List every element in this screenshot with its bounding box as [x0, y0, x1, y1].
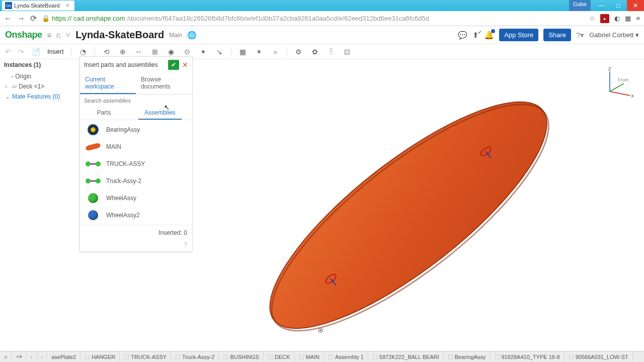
bottom-tab[interactable]: ⬚Assembly 1	[324, 351, 368, 363]
undo-button[interactable]: ↶	[5, 48, 11, 56]
star-icon[interactable]: ☆	[589, 15, 595, 22]
tool-relation-icon[interactable]: ⟐	[271, 47, 280, 56]
tool-pattern-icon[interactable]: ⦙⦙	[327, 47, 336, 56]
redo-button[interactable]: ↷	[18, 48, 24, 56]
dialog-cancel-button[interactable]: ✕	[182, 61, 188, 69]
bottom-tab[interactable]: ⬚BUSHINGS	[219, 351, 263, 363]
url-path: /documents/f647aa18c26526fb8d7bfc6b/w/ef…	[127, 15, 429, 22]
chrome-menu-icon[interactable]: ≡	[636, 15, 640, 22]
truck-icon	[86, 160, 101, 167]
tool-settings-icon[interactable]: ✿	[310, 47, 319, 56]
bottom-tab[interactable]: ⬚BearingAssy	[444, 351, 491, 363]
tool-gear-icon[interactable]: ⚙	[294, 47, 303, 56]
tab-browse-documents[interactable]: Browse documents	[136, 73, 192, 94]
instance-deck[interactable]: ›▱Deck <1>	[4, 81, 74, 92]
chrome-user-badge[interactable]: Gabe	[569, 0, 591, 11]
globe-icon[interactable]: 🌐	[187, 31, 197, 40]
document-name[interactable]: Lynda-SkateBoard	[75, 29, 164, 41]
window-maximize-button[interactable]: □	[610, 0, 627, 11]
tool-cylindrical-icon[interactable]: ◉	[167, 47, 176, 56]
list-item-wheelassy[interactable]: WheelAssy	[80, 190, 192, 207]
help-icon[interactable]: ?▾	[576, 31, 584, 40]
share-button[interactable]: Share	[543, 29, 571, 41]
tree-icon[interactable]: ⎌	[56, 31, 61, 39]
forward-button[interactable]: →	[17, 14, 25, 23]
tool-group-icon[interactable]: ▦	[238, 47, 248, 56]
wheel-blue-icon	[88, 210, 98, 220]
browser-tab[interactable]: On Lynda-SkateBoard ×	[2, 1, 74, 11]
bottom-tab[interactable]: ⬚91828A410_TYPE 18-8	[491, 351, 565, 363]
onshape-logo[interactable]: Onshape	[5, 30, 42, 40]
list-item-bearingassy[interactable]: BearingAssy	[80, 121, 192, 138]
instance-origin[interactable]: ◦Origin	[4, 71, 74, 81]
bottom-menu-button[interactable]: ≡	[0, 351, 12, 363]
bottom-tab[interactable]: ⬚Truck-Assy-2	[171, 351, 219, 363]
url-host: cad.onshape.com	[73, 15, 125, 22]
tool-transform-icon[interactable]: ◔	[78, 47, 88, 56]
3d-canvas[interactable]	[193, 59, 644, 351]
instances-header[interactable]: Instances (1)	[4, 61, 74, 68]
svg-line-10	[610, 83, 624, 92]
svg-text:Z: Z	[608, 66, 611, 71]
upload-icon[interactable]: ⬆	[472, 31, 479, 40]
list-item-main[interactable]: MAIN	[80, 138, 192, 155]
bearing-icon	[88, 124, 99, 135]
tool-tangent-icon[interactable]: ✶	[255, 47, 264, 56]
bottom-tab[interactable]: ⬚DECK	[264, 351, 295, 363]
tab-current-workspace[interactable]: Current workspace	[80, 73, 136, 94]
list-item-truck-assy[interactable]: TRUCK-ASSY	[80, 155, 192, 172]
tool-planar-icon[interactable]: ⊞	[150, 47, 159, 56]
bottom-add-button[interactable]: +▾	[12, 351, 26, 363]
bottom-tab[interactable]: ⬚90566A031_LOW-ST	[565, 351, 633, 363]
mate-features[interactable]: ⌄Mate Features (0)	[4, 92, 74, 102]
window-minimize-button[interactable]: —	[593, 0, 610, 11]
tab-assemblies[interactable]: Assemblies	[138, 107, 181, 120]
user-menu[interactable]: Gabriel Corbett ▾	[589, 31, 639, 39]
inserted-label: Inserted:	[158, 229, 182, 236]
tab-title: Lynda-SkateBoard	[14, 3, 60, 9]
bottom-tab[interactable]: ⬚MAIN	[295, 351, 325, 363]
bottom-tab[interactable]: ⬚HANGER	[80, 351, 120, 363]
dialog-title: Insert parts and assemblies	[84, 61, 165, 68]
tool-fastened-icon[interactable]: ⟲	[102, 47, 111, 56]
view-triad[interactable]: Z X Front	[600, 66, 635, 102]
address-bar[interactable]: 🔒 https://cad.onshape.com/documents/f647…	[42, 15, 584, 22]
tool-ball-icon[interactable]: ✦	[199, 47, 208, 56]
bottom-tab[interactable]: ⬚5972K222_BALL BEARI	[368, 351, 444, 363]
comment-icon[interactable]: 💬	[458, 31, 467, 40]
menu-icon[interactable]: ≡	[47, 31, 52, 39]
tab-close-icon[interactable]: ×	[66, 2, 69, 9]
list-item-wheelassy2[interactable]: WheelAssy2	[80, 207, 192, 224]
branch-label[interactable]: Main	[169, 32, 182, 39]
dialog-help-icon[interactable]: ?	[80, 240, 192, 251]
tool-parallel-icon[interactable]: ↘	[215, 47, 224, 56]
bottom-next-button[interactable]: ›	[37, 351, 48, 363]
svg-text:Front: Front	[618, 77, 629, 82]
tool-pin-icon[interactable]: ⊙	[183, 47, 192, 56]
dialog-confirm-button[interactable]: ✔	[168, 60, 179, 70]
tab-parts[interactable]: Parts	[91, 107, 117, 120]
svg-point-0	[240, 67, 576, 351]
appstore-button[interactable]: App Store	[499, 29, 538, 41]
svg-text:X: X	[631, 94, 634, 99]
wheel-green-icon	[88, 193, 98, 203]
extension-icon[interactable]: ◐	[614, 15, 620, 22]
tab-favicon: On	[5, 2, 12, 9]
insert-button[interactable]: Insert	[47, 48, 64, 55]
branch-icon[interactable]: ⑂	[66, 31, 70, 39]
search-input[interactable]	[80, 95, 192, 107]
list-item-truck-assy-2[interactable]: Truck-Assy-2	[80, 172, 192, 190]
back-button[interactable]: ←	[4, 14, 12, 23]
bottom-tab[interactable]: asePlate2	[47, 351, 80, 363]
reload-button[interactable]: ⟳	[30, 14, 37, 23]
bottom-tab[interactable]: ⬚TRUCK-ASSY	[120, 351, 171, 363]
extension-icon-2[interactable]: ▦	[625, 15, 631, 22]
tool-linear-icon[interactable]: ⊡	[343, 47, 352, 56]
window-close-button[interactable]: ✕	[627, 0, 644, 11]
pdf-extension-icon[interactable]: ▸	[600, 14, 609, 23]
bottom-prev-button[interactable]: ‹	[27, 351, 37, 363]
insert-icon[interactable]: 📄	[31, 47, 40, 56]
tool-revolute-icon[interactable]: ⊕	[118, 47, 127, 56]
tool-slider-icon[interactable]: ↔	[134, 47, 143, 56]
notification-icon[interactable]: 🔔	[484, 30, 494, 40]
